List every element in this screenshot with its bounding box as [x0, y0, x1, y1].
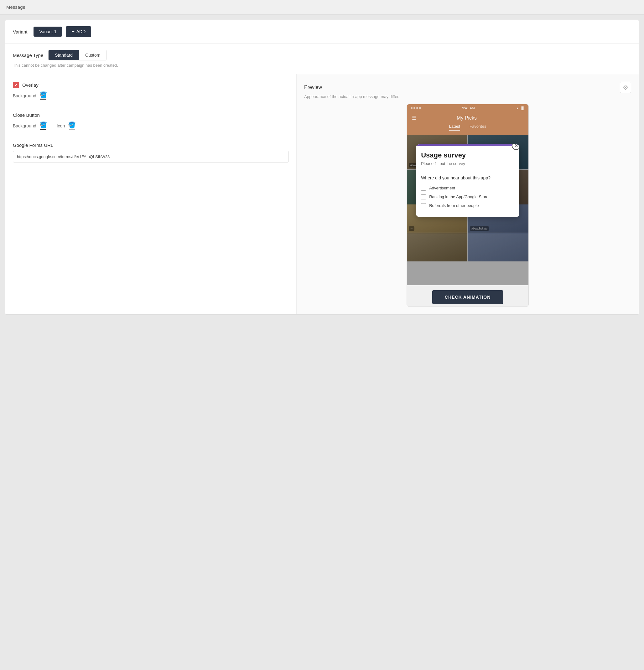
two-col-layout: Overlay Background 🪣 Close Button: [5, 74, 639, 314]
overlay-header: Overlay: [13, 82, 289, 88]
modal-title-section: Usage survey Please fill out the survey: [416, 146, 519, 170]
close-button-title: Close Button: [13, 112, 40, 118]
option-checkbox-3[interactable]: [421, 203, 426, 208]
close-bucket-icon: 🪣: [39, 122, 47, 128]
modal-option-3: Referrals from other people: [421, 203, 514, 208]
phone-status-bar: 9:41 AM ▲ ▐▌: [407, 104, 528, 112]
plus-icon: +: [71, 29, 74, 35]
wifi-icon: ▲: [516, 106, 519, 110]
variant-row: Variant Variant 1 + ADD: [5, 20, 639, 43]
close-button-section: Close Button Background 🪣 Icon: [13, 112, 289, 136]
modal-question: Where did you hear about this app?: [421, 175, 514, 181]
main-card: Variant Variant 1 + ADD Message Type Sta…: [5, 20, 639, 314]
custom-type-button[interactable]: Custom: [79, 50, 106, 60]
status-dots: [411, 107, 421, 109]
hamburger-icon[interactable]: ☰: [412, 115, 416, 121]
status-icons: ▲ ▐▌: [516, 106, 525, 110]
message-type-label: Message Type: [13, 53, 43, 58]
close-bg-label: Background: [13, 123, 36, 129]
option-label-3: Referrals from other people: [429, 203, 478, 208]
modal-subtitle: Please fill out the survey: [421, 161, 514, 166]
close-button-header: Close Button: [13, 112, 289, 118]
overlay-title: Overlay: [22, 82, 39, 88]
tab-latest[interactable]: Latest: [449, 124, 460, 131]
option-label-2: Ranking in the App/Google Store: [429, 195, 488, 199]
overlay-color-row: Background 🪣: [13, 92, 289, 99]
google-forms-section: Google Forms URL: [13, 143, 289, 162]
close-button-row: Background 🪣 Icon 🪣: [13, 122, 289, 130]
status-time: 9:41 AM: [462, 106, 475, 110]
modal-body: Where did you hear about this app? Adver…: [416, 170, 519, 217]
battery-icon: ▐▌: [520, 106, 525, 110]
message-type-note: This cannot be changed after campaign ha…: [13, 63, 631, 71]
app-nav: ☰ My Picks: [412, 115, 523, 121]
option-checkbox-2[interactable]: [421, 195, 426, 199]
tab-favorites[interactable]: Favorites: [470, 124, 486, 131]
add-variant-button[interactable]: + ADD: [66, 26, 91, 37]
close-icon-underline: [69, 129, 75, 130]
preview-subtitle: Appearance of the actual in-app message …: [304, 94, 631, 99]
close-icon-label: Icon: [57, 123, 65, 129]
signal-dot-2: [413, 107, 415, 109]
diamond-icon-button[interactable]: [620, 82, 631, 93]
close-icon-color-row: Icon 🪣: [57, 122, 76, 130]
check-animation-wrapper: CHECK ANIMATION: [407, 285, 528, 307]
preview-title-text: Preview: [304, 84, 322, 90]
message-type-row: Message Type Standard Custom This cannot…: [5, 43, 639, 74]
phone-app-header: ☰ My Picks Latest Favorites: [407, 112, 528, 135]
overlay-section: Overlay Background 🪣: [13, 82, 289, 106]
standard-type-button[interactable]: Standard: [49, 50, 79, 60]
overlay-color-underline: [40, 99, 47, 99]
signal-dot-3: [416, 107, 418, 109]
check-animation-button[interactable]: CHECK ANIMATION: [432, 290, 503, 304]
page-title: Message: [6, 4, 25, 10]
variant-label: Variant: [13, 29, 27, 35]
modal-option-2: Ranking in the App/Google Store: [421, 195, 514, 199]
signal-dot-4: [419, 107, 421, 109]
top-bar: Message: [0, 0, 644, 15]
option-checkbox-1[interactable]: [421, 186, 426, 191]
modal-container: ✕ Usage survey Please fill out the surve…: [416, 144, 519, 217]
google-forms-label: Google Forms URL: [13, 143, 289, 148]
preview-header: Preview: [304, 82, 631, 93]
overlay-color-picker[interactable]: 🪣: [39, 92, 47, 99]
overlay-background-label: Background: [13, 93, 36, 98]
overlay-bucket-icon: 🪣: [39, 92, 47, 98]
modal-option-1: Advertisement: [421, 186, 514, 191]
overlay-checkbox[interactable]: [13, 82, 19, 88]
close-bg-picker[interactable]: 🪣: [39, 122, 47, 130]
left-panel: Overlay Background 🪣 Close Button: [5, 74, 297, 314]
right-panel: Preview Appearance of the actual in-app …: [297, 74, 639, 314]
diamond-icon: [623, 84, 628, 90]
app-tabs: Latest Favorites: [449, 124, 486, 131]
modal-title: Usage survey: [421, 151, 514, 159]
close-bg-color-row: Background 🪣: [13, 122, 47, 130]
phone-content: #beach ··· ···: [407, 135, 528, 285]
variant1-button[interactable]: Variant 1: [34, 27, 62, 37]
type-toggle: Standard Custom: [48, 50, 107, 61]
close-bg-underline: [40, 129, 47, 130]
page-wrapper: Message Variant Variant 1 + ADD Message …: [0, 0, 644, 320]
app-title: My Picks: [457, 115, 477, 121]
google-forms-url-input[interactable]: [13, 151, 289, 162]
signal-dot-1: [411, 107, 412, 109]
message-type-header: Message Type Standard Custom: [13, 50, 631, 61]
close-icon-picker[interactable]: 🪣: [68, 122, 76, 130]
add-label: ADD: [76, 29, 86, 34]
phone-mockup: 9:41 AM ▲ ▐▌ ☰ My Picks: [407, 104, 529, 307]
close-icon-bucket-icon: 🪣: [68, 122, 76, 128]
phone-overlay: ✕ Usage survey Please fill out the surve…: [407, 135, 528, 285]
option-label-1: Advertisement: [429, 186, 455, 190]
